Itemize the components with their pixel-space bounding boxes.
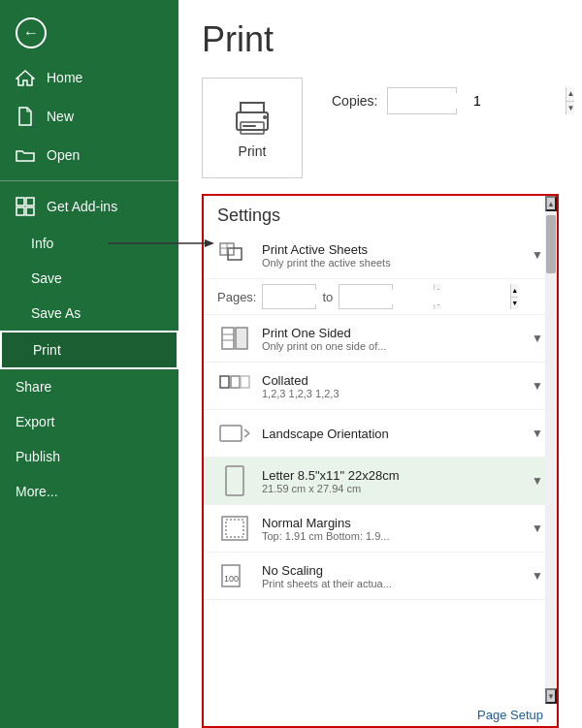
open-folder-icon [16, 145, 35, 165]
scaling-title: No Scaling [262, 563, 528, 578]
svg-rect-9 [242, 125, 256, 127]
copies-input[interactable] [388, 93, 566, 109]
setting-row-one-sided[interactable]: Print One Sided Only print on one side o… [204, 315, 557, 363]
back-button[interactable]: ← [0, 0, 178, 58]
orientation-title: Landscape Orientation [262, 427, 528, 441]
printer-icon [229, 97, 275, 136]
sidebar-item-publish[interactable]: Publish [0, 439, 178, 474]
print-button-label: Print [239, 143, 267, 159]
sidebar: ← Home New [0, 0, 178, 728]
svg-line-25 [244, 433, 249, 437]
paper-dropdown-icon: ▼ [532, 474, 543, 488]
sidebar-item-info[interactable]: Info [0, 226, 178, 261]
active-sheets-subtitle: Only print the active sheets [262, 257, 528, 269]
copies-section: Copies: ▲ ▼ [332, 87, 457, 114]
margins-icon [217, 511, 252, 546]
svg-rect-17 [236, 328, 247, 349]
setting-row-margins[interactable]: Normal Margins Top: 1.91 cm Bottom: 1.9.… [204, 505, 557, 553]
sidebar-item-info-label: Info [31, 236, 53, 251]
sidebar-item-open[interactable]: Open [0, 136, 178, 174]
svg-rect-8 [241, 122, 264, 134]
setting-row-active-sheets[interactable]: Print Active Sheets Only print the activ… [204, 232, 557, 279]
paper-icon [217, 463, 252, 498]
scroll-down-button[interactable]: ▼ [545, 688, 557, 704]
svg-point-11 [263, 115, 267, 119]
page-setup-link[interactable]: Page Setup [477, 708, 543, 722]
scaling-dropdown-icon: ▼ [532, 569, 543, 583]
svg-marker-0 [16, 71, 34, 85]
orientation-icon [217, 416, 252, 451]
one-sided-dropdown-icon: ▼ [532, 332, 543, 345]
scroll-thumb[interactable] [546, 215, 556, 273]
svg-rect-26 [226, 466, 243, 495]
collated-text: Collated 1,2,3 1,2,3 1,2,3 [262, 373, 528, 399]
sidebar-item-add-ins-label: Get Add-ins [47, 199, 117, 214]
pages-to-increment[interactable]: ▲ [511, 284, 518, 298]
orientation-dropdown-icon: ▼ [532, 427, 543, 440]
settings-scrollbar[interactable]: ▲ ▼ [545, 196, 557, 704]
sidebar-item-share[interactable]: Share [0, 369, 178, 404]
margins-text: Normal Margins Top: 1.91 cm Bottom: 1.9.… [262, 516, 528, 542]
settings-title: Settings [204, 196, 557, 232]
sidebar-divider [0, 180, 178, 181]
main-content: Print Print Copies: ▲ ▼ [178, 0, 582, 728]
collated-title: Collated [262, 373, 528, 388]
svg-rect-4 [26, 207, 34, 215]
print-button[interactable]: Print [202, 78, 303, 178]
collated-icon [217, 368, 252, 403]
copies-increment-button[interactable]: ▲ [566, 87, 574, 102]
svg-text:100: 100 [224, 574, 239, 584]
svg-rect-21 [231, 376, 240, 388]
svg-rect-1 [16, 198, 24, 206]
top-section: Print Copies: ▲ ▼ [202, 78, 559, 178]
sidebar-item-publish-label: Publish [16, 449, 60, 464]
active-sheets-dropdown-icon: ▼ [532, 248, 543, 262]
paper-title: Letter 8.5"x11" 22x28cm [262, 468, 528, 483]
scaling-subtitle: Print sheets at their actua... [262, 578, 528, 589]
orientation-text: Landscape Orientation [262, 427, 528, 441]
sidebar-item-export-label: Export [16, 414, 54, 429]
sidebar-item-more[interactable]: More... [0, 474, 178, 509]
sidebar-item-home[interactable]: Home [0, 58, 178, 97]
pages-row: Pages: ▲ ▼ to ▲ ▼ [204, 279, 557, 315]
sidebar-item-save[interactable]: Save [0, 261, 178, 296]
margins-subtitle: Top: 1.91 cm Bottom: 1.9... [262, 530, 528, 542]
sidebar-item-get-add-ins[interactable]: Get Add-ins [0, 187, 178, 226]
pages-to-label: to [322, 290, 333, 304]
scaling-icon: 100 [217, 558, 252, 593]
scaling-text: No Scaling Print sheets at their actua..… [262, 563, 528, 589]
home-icon [16, 68, 35, 87]
active-sheets-title: Print Active Sheets [262, 242, 528, 257]
sidebar-item-save-as-label: Save As [31, 305, 81, 321]
one-sided-icon [217, 321, 252, 356]
margins-title: Normal Margins [262, 516, 528, 530]
addins-grid-icon [16, 197, 35, 216]
one-sided-title: Print One Sided [262, 326, 528, 340]
page-setup-row: Page Setup [204, 704, 557, 726]
pages-to-decrement[interactable]: ▼ [511, 298, 518, 310]
one-sided-text: Print One Sided Only print on one side o… [262, 326, 528, 352]
setting-row-paper[interactable]: Letter 8.5"x11" 22x28cm 21.59 cm x 27.94… [204, 458, 557, 505]
setting-row-scaling[interactable]: 100 No Scaling Print sheets at their act… [204, 553, 557, 600]
sidebar-item-export[interactable]: Export [0, 404, 178, 439]
sidebar-nav: Home New Open [0, 58, 178, 728]
pages-label: Pages: [217, 290, 256, 304]
sidebar-item-print[interactable]: Print [0, 331, 178, 369]
sidebar-item-new[interactable]: New [0, 97, 178, 136]
sidebar-item-home-label: Home [47, 70, 82, 85]
setting-row-orientation[interactable]: Landscape Orientation ▼ [204, 410, 557, 458]
collated-subtitle: 1,2,3 1,2,3 1,2,3 [262, 388, 528, 399]
pages-to-input-box: ▲ ▼ [339, 284, 393, 309]
svg-rect-3 [16, 207, 24, 215]
paper-text: Letter 8.5"x11" 22x28cm 21.59 cm x 27.94… [262, 468, 528, 494]
svg-rect-20 [220, 376, 229, 388]
new-file-icon [16, 107, 35, 126]
pages-from-input-box: ▲ ▼ [262, 284, 316, 309]
sidebar-item-save-as[interactable]: Save As [0, 296, 178, 331]
pages-to-input[interactable] [340, 290, 510, 304]
copies-decrement-button[interactable]: ▼ [566, 102, 574, 115]
copies-label: Copies: [332, 93, 377, 109]
pages-to-spin: ▲ ▼ [510, 284, 518, 309]
scroll-up-button[interactable]: ▲ [545, 196, 557, 211]
setting-row-collated[interactable]: Collated 1,2,3 1,2,3 1,2,3 ▼ [204, 363, 557, 410]
